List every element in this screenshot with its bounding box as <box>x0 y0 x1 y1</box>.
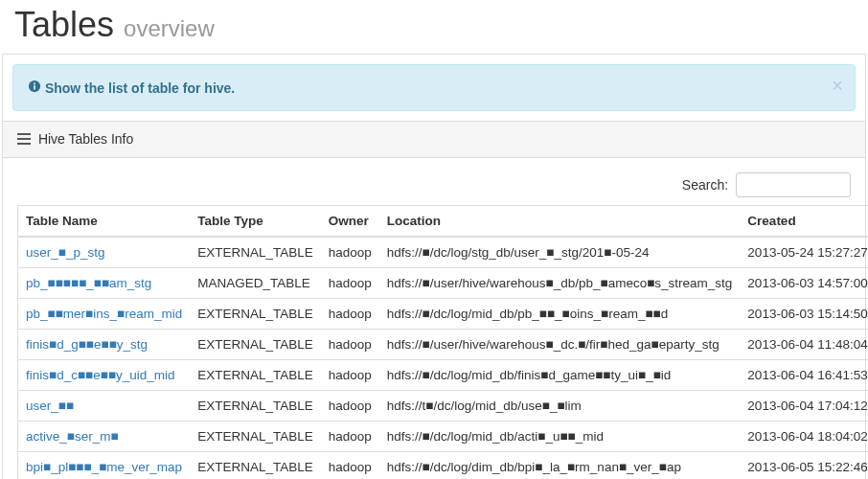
cell-table-name[interactable]: pb_■■■■■_■■am_stg <box>18 268 191 299</box>
panel-body: Search: Table Name Table Type Owner Loca… <box>3 158 865 479</box>
cell-created: 2013-06-04 11:48:04 <box>740 330 868 360</box>
svg-rect-3 <box>17 133 31 135</box>
table-row: user_■_p_stgEXTERNAL_TABLEhadoophdfs://■… <box>18 237 869 268</box>
cell-location: hdfs://■/dc/log/mid_db/finis■d_game■■ty_… <box>379 360 741 391</box>
cell-location: hdfs://■/dc/log/dim_db/bpi■_la_■rm_nan■_… <box>379 452 741 479</box>
cell-owner: hadoop <box>321 422 379 452</box>
cell-created: 2013-06-04 18:04:02 <box>740 422 868 452</box>
cell-created: 2013-06-05 15:22:46 <box>740 452 868 479</box>
info-alert: Show the list of table for hive. × <box>12 64 856 111</box>
info-icon <box>28 80 45 96</box>
search-label: Search: <box>682 177 728 193</box>
search-input[interactable] <box>736 172 851 197</box>
panel-title: Hive Tables Info <box>38 131 133 147</box>
table-row: pb_■■■■■_■■am_stgMANAGED_TABLEhadoophdfs… <box>18 268 869 299</box>
cell-owner: hadoop <box>321 237 379 268</box>
cell-owner: hadoop <box>321 452 379 479</box>
svg-rect-1 <box>34 85 35 89</box>
cell-table-name[interactable]: finis■d_g■■e■■y_stg <box>18 330 191 360</box>
cell-table-type: EXTERNAL_TABLE <box>190 422 321 452</box>
page-header: Tables overview <box>0 5 868 54</box>
cell-table-name[interactable]: bpi■_pl■■■_■me_ver_map <box>18 452 191 479</box>
title-main: Tables <box>14 5 114 44</box>
panel-heading: Hive Tables Info <box>3 121 865 158</box>
cell-created: 2013-06-03 15:14:50 <box>740 299 868 330</box>
cell-table-name[interactable]: user_■_p_stg <box>18 237 191 268</box>
cell-table-type: EXTERNAL_TABLE <box>190 237 321 268</box>
main-container: Show the list of table for hive. × Hive … <box>2 54 866 479</box>
svg-rect-4 <box>17 138 31 140</box>
table-row: active_■ser_m■EXTERNAL_TABLEhadoophdfs:/… <box>18 422 869 452</box>
cell-location: hdfs://■/dc/log/mid_db/acti■_u■■_mid <box>379 422 741 452</box>
cell-location: hdfs://■/user/hive/warehous■_db/pb_■amec… <box>379 268 741 299</box>
cell-location: hdfs://■/dc/log/mid_db/pb_■■_■oins_■ream… <box>379 299 741 330</box>
page-title: Tables overview <box>14 5 854 45</box>
hive-tables: Table Name Table Type Owner Location Cre… <box>17 205 868 479</box>
cell-location: hdfs://■/user/hive/warehous■_dc.■/fir■he… <box>379 330 741 360</box>
col-created[interactable]: Created <box>740 206 868 238</box>
cell-table-name[interactable]: active_■ser_m■ <box>18 422 191 452</box>
cell-owner: hadoop <box>321 268 379 299</box>
table-row: bpi■_pl■■■_■me_ver_mapEXTERNAL_TABLEhado… <box>18 452 869 479</box>
cell-created: 2013-06-04 16:41:53 <box>740 360 868 391</box>
title-subtitle: overview <box>124 15 215 41</box>
svg-rect-2 <box>34 83 35 85</box>
svg-rect-5 <box>17 143 31 145</box>
cell-table-type: EXTERNAL_TABLE <box>190 391 321 422</box>
alert-text: Show the list of table for hive. <box>45 80 235 96</box>
alert-close-button[interactable]: × <box>832 75 843 97</box>
cell-table-type: EXTERNAL_TABLE <box>190 360 321 391</box>
table-row: user_■■EXTERNAL_TABLEhadoophdfs://t■/dc/… <box>18 391 869 422</box>
col-owner[interactable]: Owner <box>321 206 379 238</box>
cell-created: 2013-05-24 15:27:27 <box>740 237 868 268</box>
cell-location: hdfs://t■/dc/log/mid_db/use■_■lim <box>379 391 741 422</box>
table-row: finis■d_c■■e■■y_uid_midEXTERNAL_TABLEhad… <box>18 360 869 391</box>
col-table-name[interactable]: Table Name <box>18 206 191 238</box>
cell-table-type: EXTERNAL_TABLE <box>190 299 321 330</box>
cell-owner: hadoop <box>321 360 379 391</box>
cell-table-name[interactable]: finis■d_c■■e■■y_uid_mid <box>18 360 191 391</box>
cell-location: hdfs://■/dc/log/stg_db/user_■_stg/201■-0… <box>379 237 741 268</box>
cell-owner: hadoop <box>321 330 379 360</box>
cell-owner: hadoop <box>321 391 379 422</box>
cell-table-name[interactable]: pb_■■mer■ins_■ream_mid <box>18 299 191 330</box>
cell-table-type: EXTERNAL_TABLE <box>190 330 321 360</box>
search-row: Search: <box>17 172 851 197</box>
table-row: finis■d_g■■e■■y_stgEXTERNAL_TABLEhadooph… <box>18 330 869 360</box>
table-header-row: Table Name Table Type Owner Location Cre… <box>18 206 869 238</box>
col-location[interactable]: Location <box>379 206 741 238</box>
col-table-type[interactable]: Table Type <box>190 206 321 238</box>
cell-table-type: MANAGED_TABLE <box>190 268 321 299</box>
cell-owner: hadoop <box>321 299 379 330</box>
cell-table-type: EXTERNAL_TABLE <box>190 452 321 479</box>
cell-table-name[interactable]: user_■■ <box>18 391 191 422</box>
list-icon <box>17 132 31 148</box>
cell-created: 2013-06-04 17:04:12 <box>740 391 868 422</box>
cell-created: 2013-06-03 14:57:00 <box>740 268 868 299</box>
table-row: pb_■■mer■ins_■ream_midEXTERNAL_TABLEhado… <box>18 299 869 330</box>
